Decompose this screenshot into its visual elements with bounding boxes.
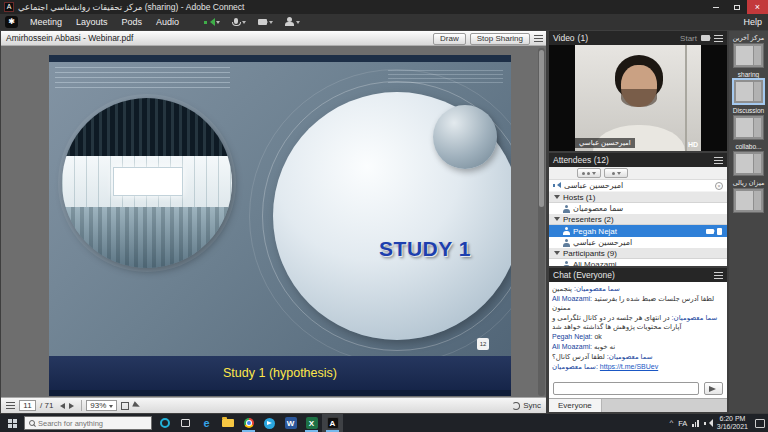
- speaker-button[interactable]: [202, 16, 222, 29]
- chat-text: لطفا آدرس کانال؟: [552, 353, 605, 360]
- fullscreen-icon[interactable]: [121, 402, 129, 410]
- photo-skylight: [62, 156, 232, 207]
- layout-item-collaboration[interactable]: collabo...: [729, 143, 768, 176]
- chrome-button[interactable]: [238, 414, 259, 432]
- layout-item-discussion[interactable]: Discussion: [729, 107, 768, 140]
- host-icon: [563, 205, 570, 213]
- menu-meeting[interactable]: Meeting: [23, 14, 69, 30]
- zoom-dropdown[interactable]: 93%: [86, 400, 117, 411]
- chat-message: سما معصومیان: لطفا آدرس کانال؟: [552, 352, 724, 361]
- pod-options-icon[interactable]: [534, 35, 543, 42]
- chat-input[interactable]: [553, 382, 699, 395]
- word-button[interactable]: W: [280, 414, 301, 432]
- file-explorer-button[interactable]: [217, 414, 238, 432]
- page-number-input[interactable]: 11: [19, 400, 36, 411]
- attendee-row-icons: [706, 228, 722, 235]
- send-icon: [709, 386, 719, 392]
- previous-page-icon[interactable]: [57, 403, 65, 409]
- minimize-icon: [713, 7, 719, 8]
- chat-link[interactable]: https://t.me/SBUev: [600, 363, 658, 370]
- excel-icon: X: [306, 417, 318, 429]
- menu-pods[interactable]: Pods: [115, 14, 150, 30]
- sync-control[interactable]: Sync: [512, 401, 541, 410]
- tab-everyone[interactable]: Everyone: [549, 399, 602, 412]
- microphone-button[interactable]: [230, 16, 248, 29]
- next-page-icon[interactable]: [69, 403, 77, 409]
- minimize-button[interactable]: [705, 0, 726, 14]
- layout-item[interactable]: میزان ریالی: [729, 179, 768, 213]
- taskbar-clock[interactable]: 6:20 PM 3/16/2021: [717, 415, 748, 432]
- taskbar-search[interactable]: [24, 416, 152, 430]
- pod-options-icon[interactable]: [714, 35, 723, 42]
- language-indicator[interactable]: FA: [678, 419, 687, 428]
- adobe-connect-taskbar-button[interactable]: A: [322, 414, 343, 432]
- share-scrollbar[interactable]: [538, 48, 545, 396]
- maximize-button[interactable]: [726, 0, 747, 14]
- draw-button[interactable]: Draw: [433, 33, 466, 45]
- share-pod-header: Amirhossein Abbasi - Webinar.pdf Draw St…: [1, 31, 546, 46]
- telegram-button[interactable]: [259, 414, 280, 432]
- layout-item[interactable]: مرکز آخرین: [729, 34, 768, 68]
- attendees-pod-title: Attendees (12): [553, 155, 609, 165]
- help-menu[interactable]: Help: [743, 17, 762, 27]
- edge-button[interactable]: e: [196, 414, 217, 432]
- status-view-button[interactable]: [604, 168, 628, 178]
- person-beard: [621, 89, 657, 107]
- task-view-button[interactable]: [175, 414, 196, 432]
- chevron-down-icon: [216, 21, 220, 26]
- scrollbar-thumb[interactable]: [539, 50, 544, 207]
- webcam-icon[interactable]: [701, 35, 710, 41]
- pointer-icon[interactable]: [133, 401, 145, 411]
- group-hosts[interactable]: Hosts (1): [549, 192, 727, 203]
- send-message-button[interactable]: [704, 382, 723, 395]
- stop-sharing-button[interactable]: Stop Sharing: [470, 33, 530, 45]
- dismiss-icon[interactable]: ×: [715, 182, 723, 190]
- hidden-icons-button[interactable]: ^: [669, 419, 673, 427]
- start-webcam-button[interactable]: Start: [680, 34, 697, 43]
- volume-icon[interactable]: [704, 419, 712, 427]
- thumbnails-icon[interactable]: [6, 402, 15, 409]
- layout-item-sharing[interactable]: sharing: [729, 71, 768, 104]
- search-input[interactable]: [38, 419, 138, 428]
- slide-photo-circle: [62, 98, 232, 268]
- slide-top-band: [49, 55, 511, 62]
- chat-message: Pegah Nejat: ok: [552, 332, 724, 341]
- chat-sender: سما معصومیان:: [607, 353, 653, 360]
- pod-options-icon[interactable]: [714, 157, 723, 164]
- adobe-connect-window: A مركز تحقيقات روانشناسي اجتماعي (sharin…: [0, 0, 768, 432]
- collapse-icon: [554, 251, 560, 258]
- close-button[interactable]: ×: [747, 0, 768, 14]
- webcam-button[interactable]: [256, 16, 275, 29]
- status-button[interactable]: [283, 16, 302, 29]
- presenter-icon: [563, 239, 570, 247]
- active-speaker-row[interactable]: امیرحسین عباسی ×: [549, 180, 727, 192]
- attendee-view-button[interactable]: [577, 168, 601, 178]
- layout-thumbnail[interactable]: [733, 151, 764, 176]
- layout-thumbnail[interactable]: [733, 79, 764, 104]
- word-icon: W: [285, 417, 297, 429]
- chat-sender: سما معصومیان:: [552, 363, 598, 370]
- menu-layouts[interactable]: Layouts: [69, 14, 115, 30]
- group-participants[interactable]: Participants (9): [549, 248, 727, 259]
- share-pod-title: Amirhossein Abbasi - Webinar.pdf: [1, 33, 133, 43]
- cortana-button[interactable]: [154, 414, 175, 432]
- attendee-row[interactable]: Ali Moazami: [549, 259, 727, 266]
- menu-audio[interactable]: Audio: [149, 14, 186, 30]
- collapse-icon: [554, 217, 560, 224]
- group-label: Presenters (2): [563, 215, 614, 224]
- attendee-row[interactable]: سما معصومیان: [549, 203, 727, 214]
- start-button[interactable]: [0, 414, 24, 432]
- pod-options-icon[interactable]: [714, 272, 723, 279]
- group-presenters[interactable]: Presenters (2): [549, 214, 727, 225]
- network-icon[interactable]: [692, 420, 699, 427]
- layout-thumbnail[interactable]: [733, 115, 764, 140]
- chat-message: Ali Moazami: لطفا آدرس جلسات ضبط شده را …: [552, 294, 724, 312]
- action-center-icon[interactable]: [755, 419, 765, 428]
- slide-heading: STUDY 1: [335, 237, 511, 261]
- attendee-row[interactable]: اميرحسين عباسي: [549, 237, 727, 248]
- excel-button[interactable]: X: [301, 414, 322, 432]
- telegram-icon: [264, 418, 275, 429]
- layout-thumbnail[interactable]: [733, 43, 764, 68]
- attendee-row-selected[interactable]: Pegah Nejat: [549, 225, 727, 237]
- layout-thumbnail[interactable]: [733, 188, 764, 213]
